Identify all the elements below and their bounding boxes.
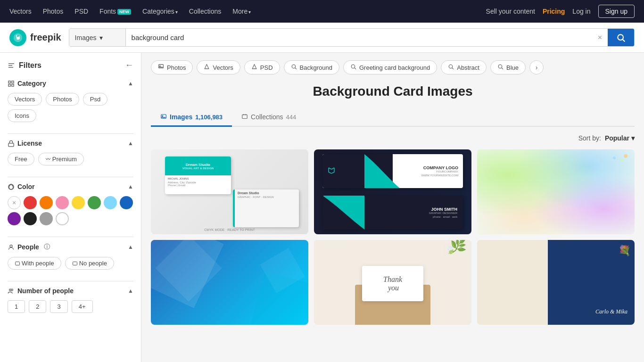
license-tags: Free Premium [8,153,133,165]
tab-images-count: 1,106,983 [195,114,223,121]
people-section-header[interactable]: People ⓘ ▲ [8,243,133,251]
people-info-icon: ⓘ [44,243,50,251]
color-red[interactable] [24,196,37,209]
floral-decoration: 💐 [618,245,631,257]
image-card-1[interactable]: Dream Studio VISUAL ART & DESIGN MICHAL … [151,149,308,234]
wave-card-bottom: JOHN SMITH GRAPHIC DESIGNER phone · emai… [322,196,463,230]
nav-photos[interactable]: Photos [43,8,64,15]
people-tag-with[interactable]: With people [8,257,61,270]
login-link[interactable]: Log in [572,8,590,15]
svg-rect-10 [12,84,14,86]
sidebar-collapse-button[interactable]: ← [125,60,133,70]
logo[interactable]: freepik [9,29,61,46]
sort-value: Popular [605,134,629,142]
tab-collections[interactable]: Collections 444 [232,108,305,127]
chip-greeting[interactable]: Greeting card background [343,60,437,74]
color-swatches: × [8,196,133,225]
image-card-3[interactable] [477,149,635,234]
filter-chips-next[interactable]: › [529,60,544,74]
sort-row: Sort by: Popular ▾ [151,134,635,142]
color-black[interactable] [24,212,37,225]
chip-psd[interactable]: PSD [244,60,280,74]
pricing-link[interactable]: Pricing [543,8,565,15]
category-tag-icons[interactable]: Icons [8,109,36,122]
svg-rect-9 [8,84,10,86]
svg-point-24 [351,65,355,68]
sort-dropdown[interactable]: Popular ▾ [605,134,635,142]
license-tag-premium[interactable]: Premium [38,153,84,165]
category-tag-psd[interactable]: Psd [83,93,107,106]
license-section-header[interactable]: License ▲ [8,140,133,147]
svg-point-28 [498,65,502,68]
category-section-header[interactable]: Category ▲ [8,80,133,87]
tabs-row: Images 1,106,983 Collections 444 [151,108,635,127]
image-card-4[interactable] [151,240,308,325]
image-card-5[interactable]: 🌿 🍃 Thankyou [314,240,471,325]
color-section-label: Color [8,183,35,190]
search-input[interactable] [126,29,592,46]
svg-rect-32 [242,115,248,118]
number-of-people-chevron: ▲ [128,288,133,294]
watercolor-dot2 [620,159,623,161]
nav-vectors[interactable]: Vectors [9,8,32,15]
more-dropdown-arrow: ▾ [248,9,251,15]
number-tag-3[interactable]: 3 [50,300,67,313]
number-of-people-header[interactable]: Number of people ▲ [8,287,133,295]
nav-psd[interactable]: PSD [74,8,88,15]
chip-background[interactable]: Background [284,60,339,74]
category-tag-vectors[interactable]: Vectors [8,93,42,106]
search-type-dropdown[interactable]: Images ▾ [69,29,126,46]
color-green[interactable] [88,196,101,209]
photos-chip-icon [158,64,164,71]
search-type-chevron: ▾ [99,34,103,41]
license-chevron: ▲ [128,140,133,147]
chip-abstract[interactable]: Abstract [441,60,487,74]
floral-names: Carlo & Mika [595,308,627,315]
color-section-header[interactable]: Color ▲ [8,183,133,190]
sell-content-link[interactable]: Sell your content [486,8,535,15]
nav-fonts[interactable]: FontsNEW [99,8,131,15]
search-button[interactable] [608,29,634,46]
license-tag-free[interactable]: Free [8,153,34,165]
signup-button[interactable]: Sign up [598,5,635,18]
people-tag-without[interactable]: No people [65,257,114,270]
chip-vectors-label: Vectors [213,64,233,71]
chip-blue[interactable]: Blue [490,60,526,74]
color-lightblue[interactable] [104,196,117,209]
chip-vectors[interactable]: Vectors [197,60,240,74]
number-tag-2[interactable]: 2 [29,300,46,313]
chip-photos[interactable]: Photos [151,60,193,74]
image-card-6[interactable]: 💐 Carlo & Mika [477,240,635,325]
color-purple[interactable] [8,212,21,225]
people-chevron: ▲ [128,244,133,250]
search-clear-button[interactable]: × [592,29,608,46]
chip-greeting-label: Greeting card background [359,64,430,71]
nav-collections[interactable]: Collections [189,8,221,15]
bc-back-content: Dream Studio GRAPHIC · FONT · DESIGN [235,189,299,200]
tab-images[interactable]: Images 1,106,983 [151,108,232,127]
bc-front-top: Dream Studio VISUAL ART & DESIGN [165,156,231,175]
image-placeholder-6: 💐 Carlo & Mika [477,240,635,325]
color-clear[interactable]: × [8,196,21,209]
number-tag-4plus[interactable]: 4+ [72,300,93,313]
color-white[interactable] [56,212,69,225]
nav-more[interactable]: More▾ [232,8,251,15]
category-tag-photos[interactable]: Photos [46,93,79,106]
image-card-2[interactable]: COMPANY LOGO YOURCOMPANY WWW.YOURWEBSITE… [314,149,471,234]
number-of-people-tags: 1 2 3 4+ [8,300,133,313]
color-gray[interactable] [40,212,53,225]
divider-2 [8,177,133,177]
divider-1 [8,133,133,134]
color-yellow[interactable] [72,196,85,209]
image-placeholder-5: 🌿 🍃 Thankyou [314,240,471,325]
chip-background-label: Background [300,64,332,71]
color-pink[interactable] [56,196,69,209]
svg-line-29 [502,68,503,69]
number-of-people-label: Number of people [8,287,74,295]
nav-categories[interactable]: Categories▾ [142,8,178,15]
color-blue[interactable] [120,196,133,209]
number-tag-1[interactable]: 1 [8,300,25,313]
sidebar: Filters ← Category ▲ Vectors Photos Psd … [0,53,141,362]
svg-point-22 [292,65,296,68]
color-orange[interactable] [40,196,53,209]
